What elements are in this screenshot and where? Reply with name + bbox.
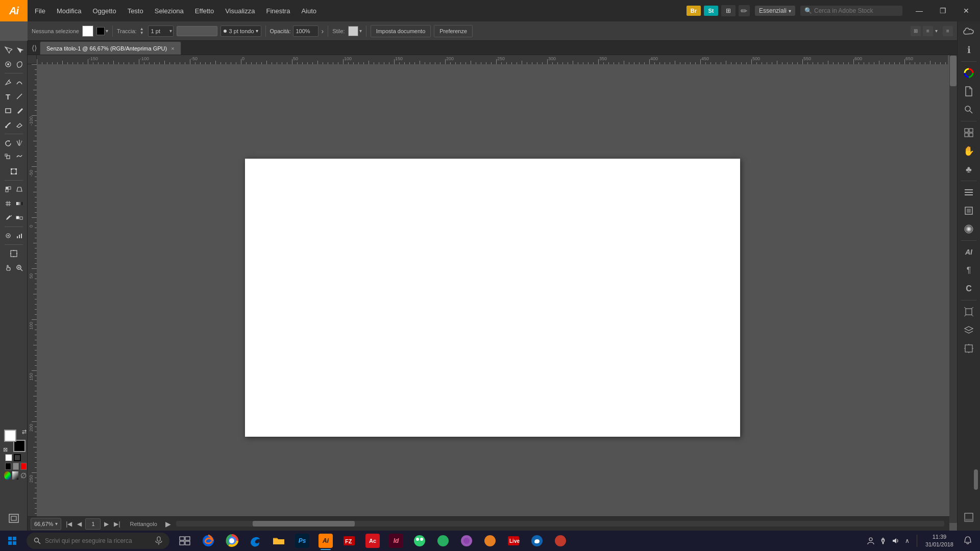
right-panel-scrollbar-thumb[interactable] [974, 469, 978, 490]
tab-close-button[interactable]: × [171, 45, 174, 52]
menu-select[interactable]: Seleziona [150, 0, 189, 21]
brush-tool[interactable] [3, 118, 14, 132]
first-page-btn[interactable]: |◀ [64, 520, 74, 528]
lasso-tool[interactable] [14, 57, 25, 71]
rotate-tool[interactable] [3, 136, 14, 150]
stock-search[interactable]: 🔍 [800, 6, 902, 16]
gradient-panel-icon[interactable] [960, 221, 978, 237]
photoshop-taskbar[interactable]: Ps [291, 531, 313, 551]
minimize-button[interactable]: — [908, 0, 931, 21]
notifications-up-icon[interactable]: ∧ [902, 536, 913, 546]
collapse-btn-left[interactable]: ⟨⟩ [29, 44, 40, 52]
reset-colors-button[interactable]: ⊠ [3, 446, 8, 453]
zoom-tool[interactable] [14, 261, 25, 275]
opacity-increase-icon[interactable]: › [322, 27, 324, 35]
next-page-btn[interactable]: ▶ [103, 520, 110, 528]
app-red-taskbar[interactable] [549, 531, 572, 551]
color-wheel-icon[interactable] [4, 471, 11, 480]
app-purple-taskbar[interactable] [455, 531, 478, 551]
stock-badge[interactable]: St [704, 6, 718, 16]
stroke-value-input[interactable]: ▾ [148, 26, 174, 37]
zoom-control[interactable]: 66,67% ▾ [31, 518, 61, 530]
color-mode-none[interactable] [13, 463, 19, 470]
app-green2-taskbar[interactable] [432, 531, 454, 551]
stroke-style-dropdown[interactable]: 3 pt tondo ▾ [220, 26, 261, 37]
magic-wand-tool[interactable] [3, 57, 14, 71]
last-page-btn[interactable]: ▶| [112, 520, 121, 528]
account-icon[interactable] [866, 536, 876, 546]
illustrator-taskbar[interactable]: Ai [314, 531, 337, 551]
artboard[interactable] [245, 159, 740, 437]
menu-text[interactable]: Testo [122, 0, 149, 21]
paragraph-panel-icon[interactable]: ¶ [960, 262, 978, 279]
eraser-tool[interactable] [14, 118, 25, 132]
app-orange-taskbar[interactable] [479, 531, 501, 551]
close-button[interactable]: ✕ [954, 0, 978, 21]
app-green-taskbar[interactable] [408, 531, 431, 551]
network-icon[interactable] [878, 536, 888, 546]
page-number-input[interactable] [85, 518, 101, 530]
rect-tool[interactable] [3, 104, 14, 118]
grid-panel-icon[interactable] [960, 124, 978, 141]
menu-object[interactable]: Oggetto [87, 0, 121, 21]
mesh-tool[interactable] [3, 196, 14, 211]
layers-stack-icon[interactable] [960, 322, 978, 338]
doc-setup-button[interactable]: Imposta documento [371, 25, 431, 37]
gradient-tool[interactable] [14, 196, 25, 211]
eyedropper-tool[interactable] [3, 211, 14, 225]
explorer-taskbar[interactable] [267, 531, 290, 551]
filezilla-taskbar[interactable]: FZ [338, 531, 360, 551]
pencil-tool[interactable] [14, 104, 25, 118]
stroke-spinner[interactable]: ▲ ▼ [140, 27, 145, 35]
layout-icon[interactable]: ⊞ [721, 5, 736, 16]
edge-taskbar[interactable] [244, 531, 266, 551]
info-icon[interactable]: ℹ [960, 42, 978, 58]
perspective-tool[interactable] [14, 182, 25, 196]
menu-view[interactable]: Visualizza [220, 0, 260, 21]
stroke-input-field[interactable] [151, 28, 169, 34]
nav-arrow-btn[interactable]: ▶ [165, 520, 171, 528]
scale-tool[interactable] [3, 150, 14, 164]
artboard-tool[interactable] [3, 246, 25, 261]
appearance-panel-icon[interactable] [960, 203, 978, 219]
pen-tool[interactable] [3, 75, 14, 89]
bottom-panel-icon[interactable] [960, 509, 978, 525]
graph-tool[interactable] [14, 229, 25, 243]
foreground-color-swatch[interactable] [4, 430, 16, 442]
volume-icon[interactable] [890, 536, 900, 546]
gradient-icon[interactable] [12, 471, 19, 480]
document-panel-icon[interactable] [960, 83, 978, 99]
none-icon[interactable]: ∅ [20, 471, 27, 480]
taskbar-search[interactable] [27, 533, 169, 549]
acrobat-taskbar[interactable]: Ac [361, 531, 384, 551]
fill-indicator[interactable] [5, 454, 12, 461]
task-view-button[interactable] [174, 531, 196, 551]
select-tool[interactable] [3, 43, 14, 57]
line-tool[interactable] [14, 89, 25, 104]
menu-help[interactable]: Aiuto [296, 0, 322, 21]
direct-select-tool[interactable] [14, 43, 25, 57]
menu-effect[interactable]: Effetto [190, 0, 219, 21]
curvature-tool[interactable] [14, 75, 25, 89]
symbols-panel-icon[interactable]: ♣ [960, 161, 978, 178]
horizontal-scrollbar-thumb[interactable] [253, 521, 355, 527]
system-clock[interactable]: 11:39 31/01/2018 [921, 533, 958, 549]
workspace-dropdown[interactable]: Essenziali ▾ [755, 6, 795, 16]
opentype-panel-icon[interactable]: C [960, 281, 978, 297]
app-live-taskbar[interactable]: Live [502, 531, 525, 551]
vertical-scrollbar-thumb[interactable] [950, 56, 957, 86]
stroke-indicator[interactable] [14, 454, 21, 461]
artboards-panel-icon[interactable] [960, 340, 978, 357]
layers-panel-icon[interactable]: ✋ [960, 143, 978, 159]
live-paint-tool[interactable] [3, 182, 14, 196]
menu-file[interactable]: File [30, 0, 51, 21]
strokes-panel-icon[interactable] [960, 184, 978, 201]
color-mode-black[interactable] [5, 463, 11, 470]
chrome-taskbar[interactable] [220, 531, 243, 551]
windows-start-button[interactable] [0, 531, 24, 551]
pen-icon[interactable]: ✏ [739, 5, 750, 16]
vertical-scrollbar[interactable] [949, 55, 957, 523]
document-tab[interactable]: Senza titolo-1 @ 66,67% (RGB/Anteprima G… [40, 41, 181, 55]
text-tool[interactable]: T [3, 89, 14, 104]
notification-button[interactable] [960, 531, 976, 551]
